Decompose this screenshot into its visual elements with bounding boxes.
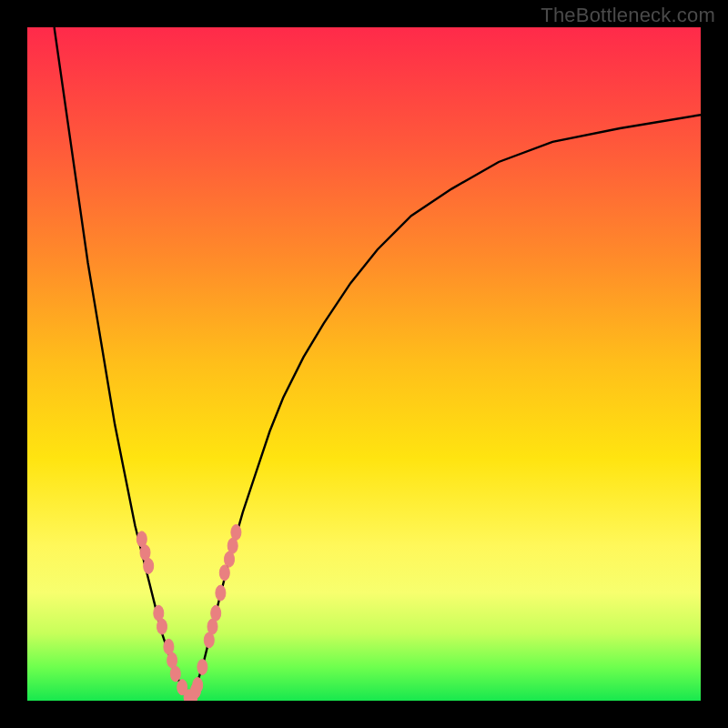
marker-dot xyxy=(231,525,241,541)
marker-dot xyxy=(197,660,207,675)
marker-dot xyxy=(157,619,167,634)
marker-dot xyxy=(144,559,154,574)
marker-dot xyxy=(211,605,221,621)
marker-dot xyxy=(170,666,180,682)
right-branch-markers xyxy=(187,525,241,702)
left-branch-curve xyxy=(55,27,189,701)
left-branch-markers xyxy=(136,531,194,701)
watermark-text: TheBottleneck.com xyxy=(541,4,715,27)
chart-frame: TheBottleneck.com xyxy=(0,0,728,728)
marker-dot xyxy=(216,585,226,601)
right-branch-curve xyxy=(189,115,701,701)
marker-dot xyxy=(219,565,229,581)
curve-layer xyxy=(27,27,701,701)
marker-dot xyxy=(193,678,203,693)
plot-area xyxy=(27,27,701,701)
